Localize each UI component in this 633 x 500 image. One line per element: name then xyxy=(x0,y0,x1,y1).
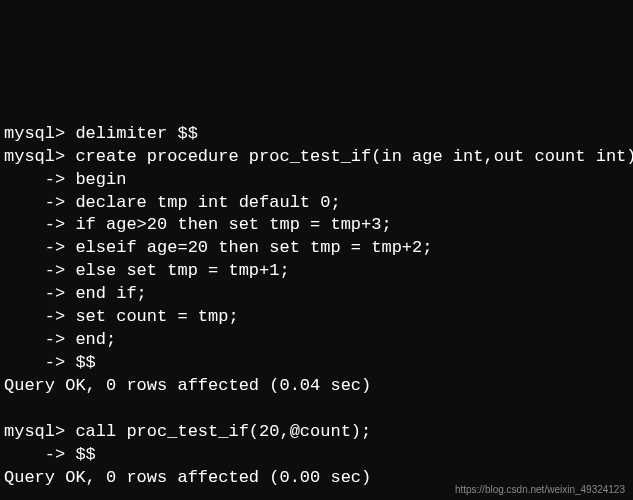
terminal-line: -> end; xyxy=(4,330,116,349)
terminal-line: Query OK, 0 rows affected (0.04 sec) xyxy=(4,376,371,395)
terminal-line: -> else set tmp = tmp+1; xyxy=(4,261,290,280)
terminal-line: -> begin xyxy=(4,170,126,189)
watermark: https://blog.csdn.net/weixin_49324123 xyxy=(455,483,625,497)
terminal-line: -> end if; xyxy=(4,284,147,303)
terminal-line: -> set count = tmp; xyxy=(4,307,239,326)
terminal-line: mysql> call proc_test_if(20,@count); xyxy=(4,422,371,441)
terminal-line: mysql> delimiter $$ xyxy=(4,124,198,143)
terminal-line: Query OK, 0 rows affected (0.00 sec) xyxy=(4,468,371,487)
terminal-line: -> $$ xyxy=(4,445,96,464)
terminal-line: -> $$ xyxy=(4,353,96,372)
terminal-line: mysql> create procedure proc_test_if(in … xyxy=(4,147,633,166)
terminal-line: -> declare tmp int default 0; xyxy=(4,193,341,212)
terminal-output: mysql> delimiter $$ mysql> create proced… xyxy=(0,100,633,500)
terminal-line: -> if age>20 then set tmp = tmp+3; xyxy=(4,215,392,234)
terminal-line: -> elseif age=20 then set tmp = tmp+2; xyxy=(4,238,432,257)
